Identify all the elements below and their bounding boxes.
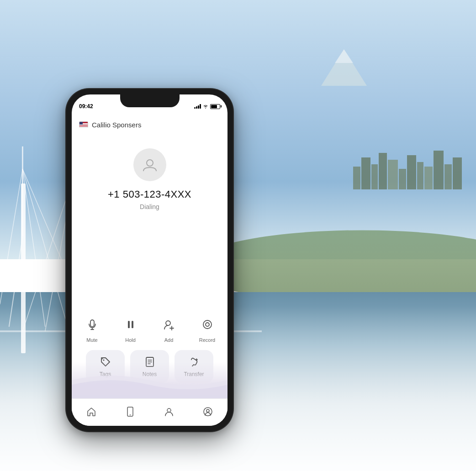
svg-line-7 — [0, 169, 22, 304]
hold-label: Hold — [125, 337, 136, 343]
svg-point-17 — [166, 321, 170, 325]
mountain — [317, 47, 371, 88]
record-icon-wrap — [197, 314, 217, 335]
add-contact-icon — [163, 318, 175, 331]
contact-avatar — [133, 148, 166, 181]
svg-rect-16 — [132, 321, 133, 328]
nav-contacts[interactable] — [159, 402, 179, 422]
record-button[interactable]: Record — [197, 314, 217, 343]
nav-phone[interactable] — [120, 402, 140, 422]
call-status: Dialing — [140, 203, 159, 210]
profile-icon — [203, 407, 213, 417]
action-row-1: Mute Hold — [73, 314, 227, 343]
add-button[interactable]: Add — [159, 314, 179, 343]
phone-screen: 09:42 — [72, 94, 227, 426]
wifi-icon — [203, 104, 208, 109]
svg-point-35 — [130, 414, 131, 415]
hold-icon-wrap — [121, 314, 141, 335]
mute-icon — [86, 318, 99, 331]
phone-mockup: 09:42 — [66, 89, 233, 431]
phone-nav-icon — [125, 407, 135, 417]
svg-point-20 — [103, 360, 104, 361]
lavender-bg — [72, 362, 227, 398]
hold-icon — [124, 318, 137, 331]
nav-home[interactable] — [81, 402, 101, 422]
signal-icon — [194, 104, 201, 109]
svg-point-36 — [167, 408, 171, 412]
svg-point-18 — [203, 320, 212, 329]
home-icon — [86, 407, 96, 417]
mute-button[interactable]: Mute — [82, 314, 102, 343]
svg-point-19 — [206, 323, 209, 326]
call-content: +1 503-123-4XXX Dialing Mute — [72, 135, 227, 426]
add-label: Add — [164, 337, 174, 343]
city-buildings — [353, 151, 462, 189]
svg-marker-1 — [335, 49, 353, 63]
app-header: Calilio Sponsers — [72, 115, 227, 135]
mute-icon-wrap — [82, 314, 102, 335]
status-icons — [194, 104, 220, 109]
battery-icon — [210, 104, 220, 109]
add-icon-wrap — [159, 314, 179, 335]
record-icon — [201, 318, 214, 331]
header-title: Calilio Sponsers — [92, 121, 141, 129]
phone-number: +1 503-123-4XXX — [108, 188, 191, 200]
svg-rect-15 — [128, 321, 130, 328]
notch — [120, 94, 180, 107]
us-flag-icon — [79, 121, 88, 128]
nav-profile[interactable] — [198, 402, 218, 422]
bottom-nav — [72, 398, 227, 426]
mute-label: Mute — [86, 337, 97, 343]
wave-svg — [72, 362, 227, 398]
hold-button[interactable]: Hold — [121, 314, 141, 343]
svg-point-38 — [206, 409, 209, 412]
wave-area — [72, 210, 227, 314]
status-time: 09:42 — [79, 103, 93, 110]
svg-point-14 — [147, 160, 153, 166]
svg-line-4 — [22, 169, 45, 327]
record-label: Record — [199, 337, 215, 343]
contacts-icon — [164, 407, 174, 417]
